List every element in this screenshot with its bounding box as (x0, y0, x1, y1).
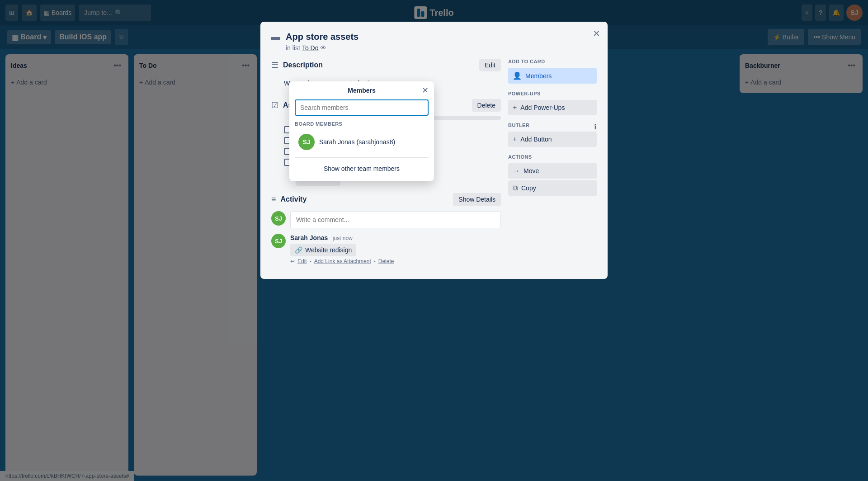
activity-add-link-link[interactable]: Add Link as Attachment (314, 258, 371, 264)
search-members-input[interactable] (295, 99, 429, 116)
modal-close-button[interactable]: ✕ (591, 27, 602, 40)
popup-divider (295, 157, 429, 158)
show-details-button[interactable]: Show Details (453, 193, 501, 206)
modal-sidebar: ADD TO CARD 👤 Members POWER-UPS + Add Po… (508, 59, 597, 268)
copy-icon: ⧉ (513, 184, 518, 192)
list-link[interactable]: To Do (302, 44, 319, 52)
activity-section: ≡ Activity Show Details SJ SJ (271, 193, 501, 264)
description-title: Description (283, 61, 323, 69)
add-power-ups-button[interactable]: + Add Power-Ups (508, 100, 597, 115)
member-row-sarah[interactable]: SJ Sarah Jonas (sarahjonas8) (295, 130, 429, 154)
plus-icon: + (513, 135, 517, 143)
card-title: App store assets (286, 31, 597, 42)
description-header: ☰ Description Edit (271, 59, 501, 71)
add-to-card-label: ADD TO CARD (508, 59, 597, 64)
delete-checklist-button[interactable]: Delete (472, 99, 501, 112)
members-icon: 👤 (513, 71, 522, 80)
activity-log-content: Sarah Jonas just now 🔗 Website redisign … (290, 234, 501, 264)
activity-header: ≡ Activity Show Details (271, 193, 501, 206)
board-members-label: BOARD MEMBERS (295, 121, 429, 127)
popup-close-button[interactable]: ✕ (422, 86, 429, 94)
member-avatar-sarah: SJ (298, 134, 315, 150)
butler-label: BUTLER ℹ (508, 123, 597, 128)
link-icon: 🔗 (295, 246, 302, 254)
comment-avatar: SJ (271, 211, 286, 226)
popup-header: Members ✕ (295, 87, 429, 94)
activity-time: just now (333, 235, 353, 241)
activity-actions: ↩ Edit - Add Link as Attachment - Delete (290, 258, 501, 264)
show-other-members-button[interactable]: Show other team members (295, 161, 429, 176)
modal-header: ▬ App store assets in list To Do 👁 (260, 22, 608, 52)
watch-icon[interactable]: 👁 (320, 44, 326, 52)
checklist-icon: ☑ (271, 100, 278, 110)
activity-link-card[interactable]: 🔗 Website redisign (290, 244, 356, 256)
power-ups-label: POWER-UPS (508, 91, 597, 96)
members-popup: Members ✕ BOARD MEMBERS SJ Sarah Jonas (… (289, 81, 434, 181)
plus-icon: + (513, 104, 517, 112)
add-button-button[interactable]: + Add Button (508, 132, 597, 147)
activity-edit-link[interactable]: Edit (297, 258, 307, 264)
activity-log-avatar: SJ (271, 234, 286, 248)
popup-title: Members (348, 87, 375, 94)
members-button[interactable]: 👤 Members (508, 68, 597, 84)
comment-input[interactable] (290, 211, 501, 228)
modal-overlay[interactable]: ▬ App store assets in list To Do 👁 ✕ ☰ D… (0, 0, 868, 481)
description-icon: ☰ (271, 60, 278, 70)
member-name-sarah: Sarah Jonas (sarahjonas8) (319, 138, 395, 146)
activity-user-name: Sarah Jonas (290, 234, 328, 241)
activity-log-row: SJ Sarah Jonas just now 🔗 Website redisi… (271, 234, 501, 264)
comment-row: SJ (271, 211, 501, 228)
move-icon: → (513, 167, 520, 175)
copy-button[interactable]: ⧉ Copy (508, 180, 597, 196)
edit-description-button[interactable]: Edit (479, 59, 501, 71)
actions-label: ACTIONS (508, 154, 597, 160)
activity-title: Activity (281, 195, 307, 203)
modal-title-area: App store assets in list To Do 👁 (286, 31, 597, 52)
butler-info-button[interactable]: ℹ (594, 123, 597, 131)
activity-delete-link[interactable]: Delete (378, 258, 394, 264)
activity-icon: ≡ (271, 195, 276, 204)
move-button[interactable]: → Move (508, 163, 597, 179)
card-subtitle: in list To Do 👁 (286, 44, 597, 52)
card-icon: ▬ (271, 32, 280, 42)
edit-action-icon: ↩ (290, 258, 295, 264)
